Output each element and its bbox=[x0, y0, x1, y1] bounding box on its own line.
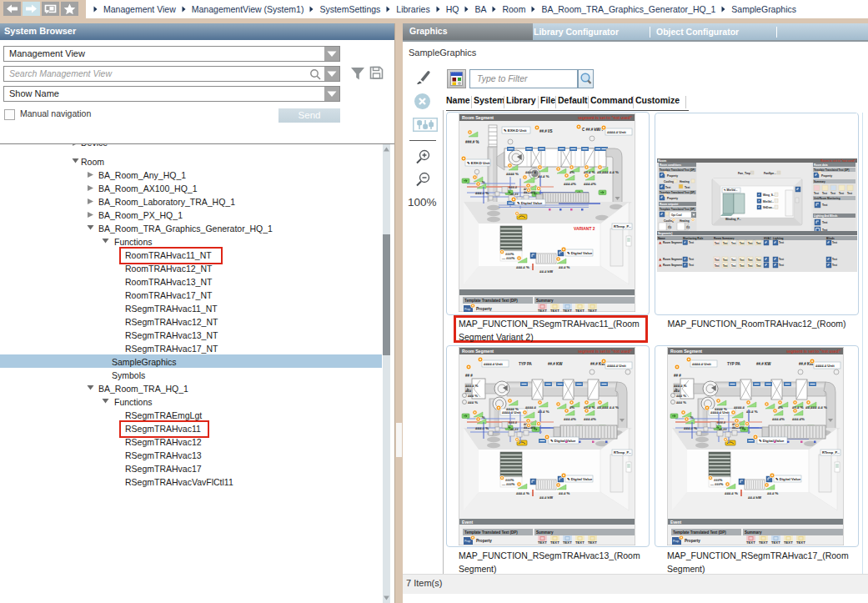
svg-text:Opt Cool: Opt Cool bbox=[671, 214, 682, 217]
svg-text:###.# %: ###.# % bbox=[465, 384, 479, 388]
svg-text:Segments): Segments) bbox=[658, 232, 672, 235]
svg-text:Property: Property bbox=[667, 174, 678, 178]
svg-text:RTemp_P...: RTemp_P... bbox=[614, 224, 631, 229]
svg-text:Text: Text bbox=[830, 192, 835, 195]
svg-text:##.# %: ##.# % bbox=[538, 174, 549, 178]
svg-text:#%: #% bbox=[569, 405, 574, 410]
svg-text:0.0: 0.0 bbox=[686, 226, 690, 229]
svg-text:Text: Text bbox=[822, 204, 828, 207]
svg-text:####.# Unit: ####.# Unit bbox=[692, 362, 711, 366]
svg-text:Heating: Heating bbox=[680, 219, 690, 223]
svg-text:Lighting: Lighting bbox=[773, 237, 784, 240]
svg-text:Property: Property bbox=[476, 539, 492, 543]
svg-text:Text: Text bbox=[715, 259, 720, 262]
svg-text:Text: Text bbox=[832, 241, 837, 244]
svg-text:Event: Event bbox=[462, 520, 473, 525]
svg-text:### %: ### % bbox=[468, 400, 478, 405]
svg-text:Text: Text bbox=[748, 242, 753, 245]
svg-text:###: ### bbox=[465, 389, 472, 393]
svg-text:####.# Unit: ####.# Unit bbox=[607, 364, 626, 368]
svg-text:###.#%: ###.#% bbox=[584, 182, 596, 186]
svg-text:## #: ## # bbox=[465, 374, 473, 378]
svg-text:Text: Text bbox=[715, 264, 720, 268]
svg-text:Text: Text bbox=[832, 264, 837, 267]
svg-text:TEXT: TEXT bbox=[575, 540, 585, 545]
svg-text:Lighting And Blinds: Lighting And Blinds bbox=[814, 214, 838, 218]
svg-text:Text: Text bbox=[689, 258, 694, 261]
svg-text:Text: Text bbox=[839, 192, 844, 195]
svg-text:%: % bbox=[482, 415, 485, 420]
svg-text:###.# %: ###.# % bbox=[516, 491, 529, 495]
svg-text:Prop: Prop bbox=[464, 308, 470, 311]
svg-text:Text: Text bbox=[822, 192, 827, 195]
svg-text:###: ### bbox=[674, 389, 680, 393]
svg-text:Room data: Room data bbox=[814, 163, 828, 167]
svg-text:✎ Digital Value: ✎ Digital Value bbox=[567, 251, 593, 255]
svg-text:###.#: ###.# bbox=[509, 185, 518, 189]
svg-text:TEXT: TEXT bbox=[550, 309, 559, 312]
svg-text:Text: Text bbox=[748, 264, 753, 268]
svg-text:Text: Text bbox=[814, 192, 819, 195]
svg-text:### %: ### % bbox=[676, 394, 686, 398]
svg-text:TEXT: TEXT bbox=[538, 540, 547, 545]
svg-text:Property: Property bbox=[667, 197, 678, 200]
svg-text:0.0: 0.0 bbox=[668, 226, 672, 229]
svg-text:Text: Text bbox=[779, 258, 784, 261]
svg-text:TEXT: TEXT bbox=[588, 309, 597, 312]
svg-text:Room setpoint: Room setpoint bbox=[660, 203, 679, 206]
svg-text:TYP PA: TYP PA bbox=[727, 362, 741, 366]
svg-text:###.#%: ###.#% bbox=[564, 182, 576, 186]
svg-text:Text: Text bbox=[723, 242, 728, 245]
svg-text:###.#%: ###.#% bbox=[772, 417, 785, 421]
svg-text:Room Segment: Room Segment bbox=[670, 349, 702, 354]
svg-text:✎ EXH.D Unit: ✎ EXH.D Unit bbox=[504, 128, 527, 133]
svg-text:##.# KW: ##.# KW bbox=[548, 362, 563, 366]
svg-text:— ###%: — ###% bbox=[502, 482, 515, 486]
svg-text:ShDow...: ShDow... bbox=[763, 206, 774, 209]
svg-text:— ###%: — ###% bbox=[710, 482, 724, 486]
svg-text:###.# %: ###.# % bbox=[725, 491, 738, 495]
svg-text:###.#%: ###.#% bbox=[564, 417, 576, 421]
svg-text:TEXT: TEXT bbox=[784, 540, 793, 545]
svg-text:TEXT: TEXT bbox=[563, 540, 572, 545]
svg-text:###.# %: ###.# % bbox=[475, 191, 489, 195]
svg-text:### %: ### % bbox=[468, 394, 478, 398]
svg-text:##.##: ##.## bbox=[510, 428, 519, 431]
svg-text:##.# %: ##.# % bbox=[559, 491, 570, 495]
svg-text:MtnVal...: MtnVal... bbox=[763, 200, 774, 204]
svg-text:Room Segment: Room Segment bbox=[663, 258, 683, 261]
svg-text:Template Translated Text (DP): Template Translated Text (DP) bbox=[660, 208, 695, 211]
svg-text:✎ Digital Value: ✎ Digital Value bbox=[759, 439, 785, 443]
svg-text:Fan_Tmp: Fan_Tmp bbox=[738, 172, 750, 175]
svg-text:#### %: #### % bbox=[506, 172, 519, 176]
svg-text:segment is set to "not used": segment is set to "not used" bbox=[578, 349, 632, 354]
svg-text:##.# %: ##.# % bbox=[746, 410, 758, 414]
svg-text:Unit/Room Monitoring: Unit/Room Monitoring bbox=[814, 197, 840, 200]
svg-text:##.# %: ##.# % bbox=[767, 491, 779, 495]
svg-text:Text: Text bbox=[740, 242, 745, 245]
svg-text:TYP PA: TYP PA bbox=[519, 362, 533, 366]
svg-text:✎ Digital Value: ✎ Digital Value bbox=[550, 439, 576, 443]
svg-text:Summary: Summary bbox=[536, 299, 554, 303]
svg-text:TEXT: TEXT bbox=[563, 309, 572, 312]
svg-text:RTemp_P...: RTemp_P... bbox=[822, 450, 840, 455]
svg-text:✎ Digital Value: ✎ Digital Value bbox=[775, 477, 801, 481]
svg-text:Text: Text bbox=[731, 242, 736, 245]
svg-text:%: % bbox=[690, 415, 694, 420]
svg-text:##.# kW: ##.# kW bbox=[539, 269, 554, 274]
svg-text:####.#: ####.# bbox=[525, 405, 536, 410]
svg-text:Room Summary: Room Summary bbox=[714, 237, 735, 240]
svg-text:#%: #% bbox=[778, 405, 783, 410]
svg-text:Text: Text bbox=[731, 264, 736, 268]
svg-text:Summary: Summary bbox=[814, 180, 825, 183]
svg-text:##.# %: ##.# % bbox=[559, 265, 570, 269]
svg-text:###.# %: ###.# % bbox=[516, 265, 529, 269]
svg-text:Room Segment: Room Segment bbox=[462, 115, 494, 120]
svg-text:Text: Text bbox=[740, 259, 745, 262]
svg-text:###.# %: ###.# % bbox=[475, 426, 489, 430]
svg-text:segment is set to "not used": segment is set to "not used" bbox=[786, 349, 840, 354]
svg-text:Heating: Heating bbox=[680, 180, 690, 183]
svg-text:Text: Text bbox=[665, 186, 671, 189]
svg-text:Prop: Prop bbox=[464, 540, 470, 543]
svg-text:Text: Text bbox=[756, 259, 761, 262]
